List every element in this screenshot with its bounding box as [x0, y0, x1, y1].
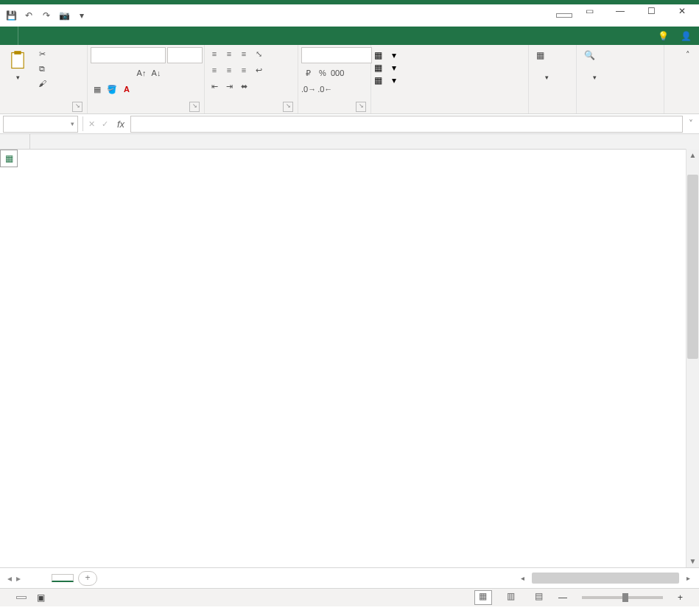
conditional-formatting-button[interactable]: ▦ ▾	[374, 50, 396, 60]
cancel-formula-icon[interactable]: ✕	[85, 117, 98, 130]
maximize-icon[interactable]: ☐	[637, 6, 665, 25]
editing-button[interactable]: 🔍▾	[580, 47, 609, 84]
cell-styles-button[interactable]: ▦ ▾	[374, 75, 396, 85]
page-layout-view-icon[interactable]: ▥	[502, 590, 520, 605]
zoom-in-icon[interactable]: +	[678, 592, 683, 603]
tab-file[interactable]	[0, 27, 18, 45]
status-bar: ▣ ▦ ▥ ▤ — +	[0, 589, 699, 606]
decrease-indent-icon[interactable]: ⇤	[208, 80, 221, 93]
formula-bar: ▾ ✕ ✓ fx ˅	[0, 114, 699, 134]
merge-icon[interactable]: ⬌	[237, 80, 250, 93]
select-all-corner[interactable]	[0, 134, 30, 149]
dialog-launcher-icon[interactable]: ↘	[356, 102, 366, 112]
ribbon: ▾ ✂ ⧉ 🖌 ↘ A↑ A↓ ▦ 🪣	[0, 45, 699, 114]
cells-icon: ▦	[536, 50, 557, 71]
align-center-icon[interactable]: ≡	[222, 63, 236, 77]
svg-rect-1	[14, 51, 21, 55]
zoom-slider[interactable]	[582, 596, 663, 599]
dialog-launcher-icon[interactable]: ↘	[72, 102, 82, 112]
save-icon[interactable]: 💾	[3, 7, 19, 24]
expand-formula-icon[interactable]: ˅	[683, 119, 699, 129]
underline-button[interactable]	[120, 66, 133, 80]
name-box[interactable]: ▾	[3, 116, 78, 133]
paste-button[interactable]: ▾	[3, 47, 32, 84]
vertical-scroll-thumb[interactable]	[687, 175, 698, 359]
sheet-tabs-row: ◂▸ + ◂ ▸	[0, 568, 699, 589]
wrap-text-icon[interactable]: ↩	[252, 63, 265, 77]
qat-dropdown-icon[interactable]: ▾	[74, 7, 90, 24]
grow-font-icon[interactable]: A↑	[135, 66, 148, 80]
format-painter-icon[interactable]: 🖌	[35, 77, 49, 90]
tell-me[interactable]: 💡	[653, 27, 676, 45]
align-top-icon[interactable]: ≡	[208, 47, 221, 60]
sheet-prev-icon[interactable]: ◂	[7, 573, 12, 584]
zoom-slider-knob[interactable]	[622, 593, 628, 602]
scroll-right-icon[interactable]: ▸	[682, 572, 695, 584]
font-size-select[interactable]	[167, 47, 203, 63]
group-editing: 🔍▾	[577, 45, 664, 113]
paste-icon	[7, 50, 28, 71]
font-name-select[interactable]	[91, 47, 166, 63]
redo-icon[interactable]: ↷	[38, 7, 55, 24]
dialog-launcher-icon[interactable]: ↘	[283, 102, 293, 112]
scroll-up-icon[interactable]: ▲	[686, 149, 699, 161]
page-break-view-icon[interactable]: ▤	[530, 590, 548, 605]
orientation-icon[interactable]: ⤡	[252, 47, 265, 60]
fill-color-icon[interactable]: 🪣	[105, 83, 119, 96]
horizontal-scrollbar[interactable]: ◂ ▸	[97, 572, 699, 584]
formula-input[interactable]	[130, 116, 683, 133]
increase-indent-icon[interactable]: ⇥	[222, 80, 236, 93]
cut-icon[interactable]: ✂	[35, 47, 49, 60]
camera-icon[interactable]: 📷	[56, 7, 72, 24]
record-macro-icon[interactable]: ▣	[37, 592, 45, 603]
comma-icon[interactable]: 000	[331, 66, 344, 80]
ribbon-tabs: 💡 👤	[0, 27, 699, 45]
quick-access-toolbar: 💾 ↶ ↷ 📷 ▾	[3, 7, 90, 24]
borders-icon[interactable]: ▦	[91, 83, 104, 96]
bold-button[interactable]	[91, 66, 104, 80]
font-color-icon[interactable]: A	[120, 83, 133, 96]
cells-button[interactable]: ▦▾	[532, 47, 561, 84]
align-middle-icon[interactable]: ≡	[222, 47, 236, 60]
copy-icon[interactable]: ⧉	[35, 62, 49, 75]
group-alignment: ≡ ≡ ≡ ⤡ ≡ ≡ ≡ ↩ ⇤ ⇥ ⬌ ↘	[205, 45, 298, 113]
undo-icon[interactable]: ↶	[21, 7, 37, 24]
increase-decimal-icon[interactable]: .0→	[301, 83, 316, 96]
percent-icon[interactable]: %	[316, 66, 329, 80]
sheet-tab-active[interactable]	[52, 574, 74, 582]
worksheet-grid[interactable]: ▦ ▲ ▼	[0, 134, 699, 568]
scroll-left-icon[interactable]: ◂	[516, 572, 529, 584]
ribbon-options-icon[interactable]: ▭	[575, 6, 603, 25]
align-right-icon[interactable]: ≡	[237, 63, 250, 77]
signin-button[interactable]	[556, 13, 572, 18]
italic-button[interactable]	[105, 66, 119, 80]
horizontal-scroll-thumb[interactable]	[532, 573, 679, 584]
scroll-lock-indicator	[16, 596, 27, 599]
collapse-ribbon-icon[interactable]: ˄	[681, 48, 695, 61]
number-format-select[interactable]	[301, 47, 372, 63]
align-left-icon[interactable]: ≡	[208, 63, 221, 77]
sheet-nav[interactable]: ◂▸	[0, 573, 52, 584]
align-bottom-icon[interactable]: ≡	[237, 47, 250, 60]
currency-icon[interactable]: ₽	[301, 66, 315, 80]
group-cells: ▦▾	[529, 45, 577, 113]
chevron-down-icon: ▾	[16, 74, 20, 81]
group-font: A↑ A↓ ▦ 🪣 A ↘	[88, 45, 205, 113]
minimize-icon[interactable]: —	[606, 6, 634, 25]
quick-analysis-icon[interactable]: ▦	[0, 150, 18, 167]
shrink-font-icon[interactable]: A↓	[150, 66, 163, 80]
fx-icon[interactable]: fx	[111, 119, 130, 130]
dialog-launcher-icon[interactable]: ↘	[189, 102, 200, 112]
zoom-out-icon[interactable]: —	[558, 592, 567, 603]
normal-view-icon[interactable]: ▦	[474, 590, 492, 605]
new-sheet-button[interactable]: +	[78, 571, 97, 586]
close-icon[interactable]: ✕	[668, 6, 696, 25]
share-button[interactable]: 👤	[676, 27, 699, 45]
vertical-scrollbar[interactable]: ▲ ▼	[686, 149, 699, 567]
decrease-decimal-icon[interactable]: .0←	[317, 83, 332, 96]
enter-formula-icon[interactable]: ✓	[98, 117, 111, 130]
format-as-table-button[interactable]: ▦ ▾	[374, 63, 396, 73]
table-icon: ▦	[374, 63, 382, 73]
sheet-next-icon[interactable]: ▸	[16, 573, 21, 584]
scroll-down-icon[interactable]: ▼	[686, 555, 699, 567]
